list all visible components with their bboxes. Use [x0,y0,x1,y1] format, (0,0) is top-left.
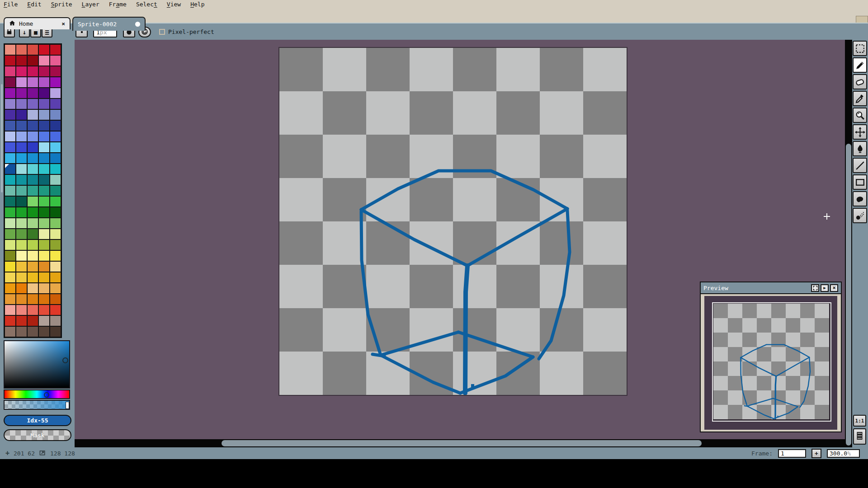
menu-file[interactable]: File [4,1,18,8]
palette-swatch-70[interactable] [5,197,15,206]
tool-rectangle[interactable] [853,174,867,190]
palette-swatch-107[interactable] [28,272,38,282]
menu-edit[interactable]: Edit [27,1,41,8]
palette-swatch-64[interactable] [50,175,61,185]
palette-swatch-37[interactable] [28,121,38,131]
palette-swatch-93[interactable] [39,240,49,250]
palette-swatch-105[interactable] [5,272,15,282]
palette-swatch-123[interactable] [39,305,49,315]
palette-swatch-104[interactable] [50,262,61,272]
palette-swatch-29[interactable] [50,99,61,109]
palette-swatch-130[interactable] [5,327,15,337]
palette-swatch-17[interactable] [28,77,38,87]
tab-sprite-0002[interactable]: Sprite-0002 [72,17,146,31]
palette-swatch-112[interactable] [28,283,38,293]
palette-swatch-27[interactable] [28,99,38,109]
palette-swatch-77[interactable] [28,207,38,217]
hue-slider[interactable] [4,389,70,399]
tool-pencil[interactable] [853,57,867,73]
palette-swatch-65[interactable] [5,186,15,196]
palette-swatch-40[interactable] [5,131,15,141]
palette-swatch-119[interactable] [50,294,61,304]
tool-zoom[interactable] [853,108,867,123]
palette-swatch-126[interactable] [16,316,27,326]
palette-swatch-72[interactable] [28,197,38,206]
palette-swatch-92[interactable] [28,240,38,250]
palette-swatch-43[interactable] [39,131,49,141]
palette-swatch-3[interactable] [39,45,49,55]
palette-swatch-98[interactable] [39,251,49,261]
palette-swatch-83[interactable] [39,218,49,228]
menu-select[interactable]: Select [136,1,157,8]
palette-swatch-30[interactable] [5,110,15,120]
palette-swatch-106[interactable] [16,272,27,282]
palette-swatch-47[interactable] [28,142,38,152]
palette-swatch-15[interactable] [5,77,15,87]
palette-swatch-31[interactable] [16,110,27,120]
vertical-scrollbar-thumb[interactable] [846,144,851,446]
palette-swatch-52[interactable] [28,153,38,163]
palette-swatch-35[interactable] [5,121,15,131]
tool-rectangular-marquee[interactable] [853,41,867,56]
palette-swatch-1[interactable] [16,45,27,55]
palette-swatch-50[interactable] [5,153,15,163]
palette-swatch-69[interactable] [50,186,61,196]
background-color-button[interactable]: Mask [4,429,71,441]
palette-swatch-97[interactable] [28,251,38,261]
palette-swatch-2[interactable] [28,45,38,55]
sv-marker[interactable] [62,357,68,363]
palette-swatch-103[interactable] [39,262,49,272]
palette-swatch-59[interactable] [50,164,61,174]
palette-swatch-57[interactable] [28,164,38,174]
frame-number-input[interactable]: 1 [778,449,806,458]
palette-swatch-99[interactable] [50,251,61,261]
palette-swatch-63[interactable] [39,175,49,185]
menu-sprite[interactable]: Sprite [51,1,72,8]
preview-close-button[interactable]: × [830,284,838,292]
palette-swatch-131[interactable] [16,327,27,337]
palette-swatch-79[interactable] [50,207,61,217]
palette-swatch-56[interactable] [16,164,27,174]
palette-swatch-51[interactable] [16,153,27,163]
palette-swatch-113[interactable] [39,283,49,293]
palette-swatch-45[interactable] [5,142,15,152]
palette-swatch-108[interactable] [39,272,49,282]
palette-swatch-32[interactable] [28,110,38,120]
palette-swatch-110[interactable] [5,283,15,293]
palette-swatch-100[interactable] [5,262,15,272]
tool-line[interactable] [853,158,867,173]
palette-swatch-12[interactable] [28,66,38,76]
palette-swatch-60[interactable] [5,175,15,185]
horizontal-scrollbar[interactable] [75,439,845,447]
palette-swatch-23[interactable] [39,88,49,98]
menu-frame[interactable]: Frame [109,1,127,8]
tool-paint-bucket[interactable] [853,141,867,156]
palette-swatch-21[interactable] [16,88,27,98]
palette-swatch-49[interactable] [50,142,61,152]
palette-swatch-16[interactable] [16,77,27,87]
menu-layer[interactable]: Layer [82,1,99,8]
palette-swatch-68[interactable] [39,186,49,196]
palette-swatch-19[interactable] [50,77,61,87]
palette-swatch-42[interactable] [28,131,38,141]
palette-swatch-34[interactable] [50,110,61,120]
palette-swatch-11[interactable] [16,66,27,76]
palette-swatch-54[interactable] [50,153,61,163]
preview-play-button[interactable]: ▶ [821,284,829,292]
tool-jumble[interactable] [853,208,867,223]
tool-eraser[interactable] [853,74,867,89]
palette-swatch-81[interactable] [16,218,27,228]
palette-swatch-36[interactable] [16,121,27,131]
palette-swatch-84[interactable] [50,218,61,228]
palette-swatch-127[interactable] [28,316,38,326]
palette-swatch-74[interactable] [50,197,61,206]
palette-swatch-90[interactable] [5,240,15,250]
palette-swatch-4[interactable] [50,45,61,55]
horizontal-scrollbar-thumb[interactable] [222,440,702,446]
palette-swatch-67[interactable] [28,186,38,196]
palette-swatch-88[interactable] [39,229,49,239]
alpha-slider[interactable] [4,400,70,410]
palette-swatch-91[interactable] [16,240,27,250]
palette-swatch-71[interactable] [16,197,27,206]
palette-swatch-124[interactable] [50,305,61,315]
